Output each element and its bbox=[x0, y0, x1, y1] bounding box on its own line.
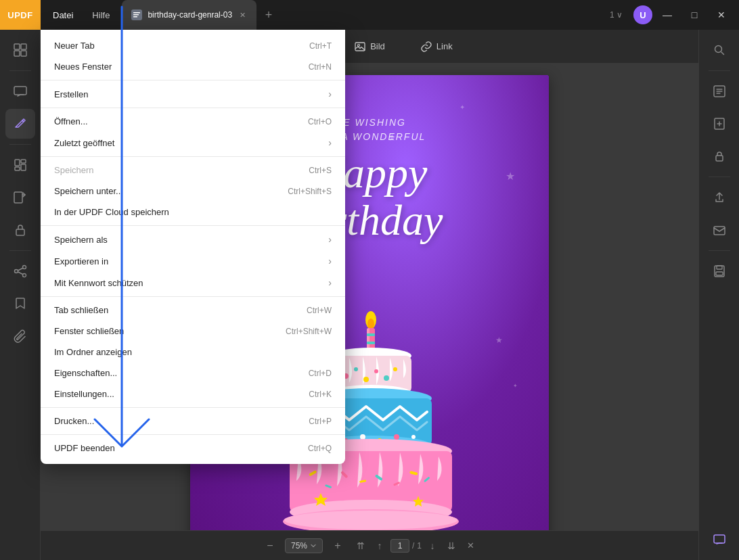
menu-item-label-0: Neuer Tab bbox=[54, 41, 95, 51]
svg-rect-1 bbox=[133, 12, 140, 14]
menu-item-label-17: UPDF beenden bbox=[54, 443, 115, 453]
menu-item-label-5: Speichern bbox=[54, 165, 94, 175]
menu-item-1[interactable]: Neues FensterCtrl+N bbox=[41, 56, 345, 77]
menu-item-5: SpeichernCtrl+S bbox=[41, 160, 345, 181]
menu-divider-4 bbox=[41, 156, 345, 157]
maximize-button[interactable]: □ bbox=[682, 5, 707, 24]
menu-item-8[interactable]: Speichern als› bbox=[41, 229, 345, 250]
menu-item-16[interactable]: Drucken...Ctrl+P bbox=[41, 411, 345, 431]
menu-item-0[interactable]: Neuer TabCtrl+T bbox=[41, 35, 345, 56]
svg-rect-3 bbox=[133, 16, 137, 18]
titlebar: UPDF Datei Hilfe birthday-card-genral-03… bbox=[0, 0, 739, 30]
menu-item-label-2: Erstellen bbox=[54, 89, 89, 99]
tab-close-button[interactable]: ✕ bbox=[238, 10, 247, 20]
menu-item-4[interactable]: Zuletzt geöffnet› bbox=[41, 132, 345, 154]
menu-item-shortcut-17: Ctrl+Q bbox=[308, 444, 332, 453]
menu-item-label-9: Exportieren in bbox=[54, 256, 108, 266]
menu-item-label-3: Öffnen... bbox=[54, 116, 88, 126]
menu-item-2[interactable]: Erstellen› bbox=[41, 83, 345, 105]
menu-divider-2 bbox=[41, 108, 345, 108]
menu-item-label-13: Im Ordner anzeigen bbox=[54, 347, 132, 357]
menu-item-arrow-4: › bbox=[328, 137, 332, 148]
window-controls: 1 ∨ U — □ ✕ bbox=[602, 5, 739, 24]
svg-rect-2 bbox=[133, 14, 139, 16]
menu-divider-7 bbox=[41, 225, 345, 226]
datei-dropdown-menu: Neuer TabCtrl+TNeues FensterCtrl+NErstel… bbox=[41, 30, 345, 464]
close-button[interactable]: ✕ bbox=[709, 5, 734, 24]
tab-bar: Datei Hilfe birthday-card-genral-03 ✕ + bbox=[41, 0, 602, 30]
user-avatar[interactable]: U bbox=[633, 5, 652, 24]
datei-menu-button[interactable]: Datei bbox=[43, 0, 83, 30]
menu-item-label-7: In der UPDF Cloud speichern bbox=[54, 207, 169, 217]
menu-item-shortcut-15: Ctrl+K bbox=[309, 390, 332, 399]
menu-item-7[interactable]: In der UPDF Cloud speichern bbox=[41, 202, 345, 223]
menu-item-11[interactable]: Tab schließenCtrl+W bbox=[41, 300, 345, 321]
updf-logo: UPDF bbox=[0, 0, 41, 30]
menu-item-label-1: Neues Fenster bbox=[54, 62, 112, 72]
menu-item-label-8: Speichern als bbox=[54, 235, 108, 245]
menu-item-label-16: Drucken... bbox=[54, 416, 94, 426]
menu-item-label-6: Speichern unter... bbox=[54, 186, 123, 196]
menu-item-17[interactable]: UPDF beendenCtrl+Q bbox=[41, 438, 345, 459]
menu-item-shortcut-3: Ctrl+O bbox=[308, 117, 332, 126]
menu-item-shortcut-5: Ctrl+S bbox=[309, 166, 332, 175]
page-indicator: 1 ∨ bbox=[602, 10, 631, 20]
menu-item-shortcut-12: Ctrl+Shift+W bbox=[286, 327, 332, 336]
menu-item-3[interactable]: Öffnen...Ctrl+O bbox=[41, 111, 345, 132]
menu-item-shortcut-6: Ctrl+Shift+S bbox=[288, 187, 332, 196]
menu-item-15[interactable]: Einstellungen...Ctrl+K bbox=[41, 383, 345, 404]
menu-item-12[interactable]: Fenster schließenCtrl+Shift+W bbox=[41, 321, 345, 342]
menu-item-6[interactable]: Speichern unter...Ctrl+Shift+S bbox=[41, 181, 345, 202]
menu-item-arrow-2: › bbox=[328, 89, 332, 99]
menu-item-shortcut-1: Ctrl+N bbox=[309, 62, 332, 72]
dropdown-overlay[interactable]: Neuer TabCtrl+TNeues FensterCtrl+NErstel… bbox=[0, 30, 739, 560]
menu-divider-15 bbox=[41, 407, 345, 408]
menu-item-label-12: Fenster schließen bbox=[54, 326, 124, 336]
menu-item-13[interactable]: Im Ordner anzeigen bbox=[41, 342, 345, 363]
menu-divider-10 bbox=[41, 296, 345, 297]
menu-item-14[interactable]: Eigenschaften...Ctrl+D bbox=[41, 363, 345, 383]
tab-title: birthday-card-genral-03 bbox=[148, 10, 232, 20]
menu-item-label-15: Einstellungen... bbox=[54, 389, 114, 399]
menu-item-9[interactable]: Exportieren in› bbox=[41, 250, 345, 272]
menu-item-arrow-10: › bbox=[328, 277, 332, 288]
menu-divider-1 bbox=[41, 80, 345, 80]
menu-item-label-14: Eigenschaften... bbox=[54, 368, 117, 378]
menu-item-10[interactable]: Mit Kennwort schützen› bbox=[41, 272, 345, 294]
hilfe-menu-button[interactable]: Hilfe bbox=[83, 0, 119, 30]
menu-item-arrow-9: › bbox=[328, 256, 332, 266]
menu-item-label-10: Mit Kennwort schützen bbox=[54, 278, 143, 288]
tab-document-icon bbox=[131, 9, 142, 20]
menu-item-shortcut-11: Ctrl+W bbox=[307, 306, 332, 315]
add-tab-button[interactable]: + bbox=[259, 5, 278, 24]
minimize-button[interactable]: — bbox=[655, 5, 679, 24]
menu-divider-16 bbox=[41, 434, 345, 435]
menu-item-shortcut-16: Ctrl+P bbox=[309, 417, 332, 426]
menu-item-arrow-8: › bbox=[328, 234, 332, 245]
menu-item-label-4: Zuletzt geöffnet bbox=[54, 138, 114, 148]
menu-item-label-11: Tab schließen bbox=[54, 305, 108, 315]
menu-item-shortcut-14: Ctrl+D bbox=[309, 369, 332, 378]
document-tab[interactable]: birthday-card-genral-03 ✕ bbox=[122, 0, 256, 30]
menu-item-shortcut-0: Ctrl+T bbox=[309, 41, 332, 51]
